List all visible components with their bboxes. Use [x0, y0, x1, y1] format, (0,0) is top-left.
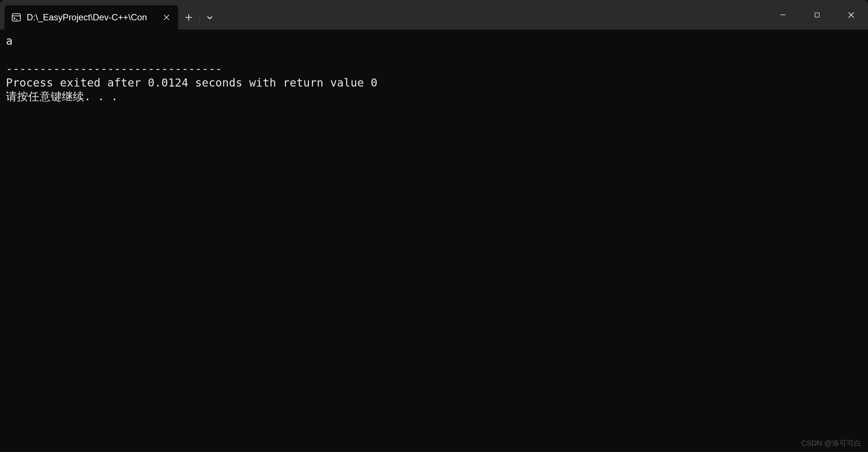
press-any-key-prompt: 请按任意键继续. . .: [6, 90, 118, 103]
new-tab-button[interactable]: [178, 5, 199, 30]
terminal-tab[interactable]: D:\_EasyProject\Dev-C++\Con: [4, 5, 178, 30]
output-line: a: [6, 34, 13, 47]
watermark: CSDN @洛可可白: [801, 438, 861, 448]
cmd-icon: [11, 12, 21, 23]
titlebar: D:\_EasyProject\Dev-C++\Con: [0, 0, 868, 30]
maximize-icon: [814, 12, 820, 18]
tabs-area: D:\_EasyProject\Dev-C++\Con: [0, 0, 220, 30]
tab-dropdown-button[interactable]: [199, 5, 220, 30]
tab-title: D:\_EasyProject\Dev-C++\Con: [27, 12, 155, 23]
window-controls: [766, 0, 868, 30]
minimize-button[interactable]: [766, 0, 800, 30]
close-window-button[interactable]: [834, 0, 868, 30]
maximize-button[interactable]: [800, 0, 834, 30]
output-divider: --------------------------------: [6, 62, 222, 75]
process-exit-line: Process exited after 0.0124 seconds with…: [6, 76, 377, 89]
tab-close-button[interactable]: [160, 11, 173, 24]
svg-rect-8: [815, 13, 819, 17]
plus-icon: [185, 14, 192, 21]
minimize-icon: [780, 11, 786, 18]
chevron-down-icon: [206, 14, 213, 21]
terminal-output[interactable]: a -------------------------------- Proce…: [0, 30, 868, 108]
titlebar-drag-region[interactable]: [220, 0, 766, 30]
close-icon: [848, 11, 855, 18]
close-icon: [163, 14, 170, 21]
svg-rect-0: [12, 14, 20, 21]
